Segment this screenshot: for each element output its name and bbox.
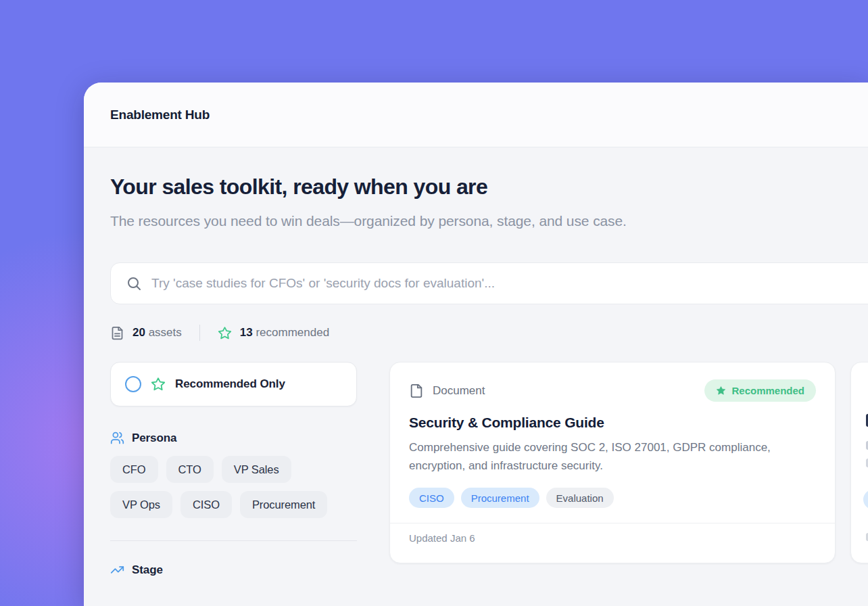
search-input[interactable] xyxy=(151,276,868,291)
persona-chip-vp-sales[interactable]: VP Sales xyxy=(222,456,291,483)
results-grid: Document Recommended Security & Complian… xyxy=(389,362,868,563)
file-icon xyxy=(409,383,424,398)
asset-card-partial[interactable] xyxy=(850,362,868,563)
persona-chip-cfo[interactable]: CFO xyxy=(110,456,158,483)
persona-section-head: Persona xyxy=(110,431,357,445)
search-icon xyxy=(126,275,142,292)
recommended-badge: Recommended xyxy=(704,379,816,402)
asset-tags: CISO Procurement Evaluation xyxy=(409,488,816,508)
assets-label: assets xyxy=(149,326,182,339)
asset-type-label: Document xyxy=(433,384,485,398)
trending-up-icon xyxy=(110,563,124,577)
star-icon xyxy=(218,326,232,340)
star-icon xyxy=(151,377,166,392)
tag-evaluation: Evaluation xyxy=(546,488,614,508)
star-filled-icon xyxy=(716,386,726,396)
file-text-icon xyxy=(110,326,124,340)
asset-updated: Updated Jan 6 xyxy=(409,523,816,544)
assets-count: 20 xyxy=(132,326,145,339)
recommended-only-toggle[interactable]: Recommended Only xyxy=(110,362,357,406)
persona-chip-vp-ops[interactable]: VP Ops xyxy=(110,491,172,518)
tag-procurement: Procurement xyxy=(461,488,539,508)
app-title: Enablement Hub xyxy=(110,108,210,122)
asset-card[interactable]: Document Recommended Security & Complian… xyxy=(389,362,836,563)
tag-ciso: CISO xyxy=(409,488,454,508)
search-bar[interactable] xyxy=(110,262,868,304)
stage-section-head: Stage xyxy=(110,563,357,577)
persona-chip-procurement[interactable]: Procurement xyxy=(240,491,327,518)
page-title: Your sales toolkit, ready when you are xyxy=(110,174,868,200)
persona-chip-ciso[interactable]: CISO xyxy=(180,491,232,518)
page-body: Your sales toolkit, ready when you are T… xyxy=(84,174,868,577)
asset-title: Security & Compliance Guide xyxy=(409,415,816,431)
stage-section-label: Stage xyxy=(132,563,163,577)
app-window: Enablement Hub Your sales toolkit, ready… xyxy=(84,83,868,606)
recommended-count: 13 xyxy=(240,326,253,339)
recommended-badge-label: Recommended xyxy=(731,385,804,396)
toggle-radio[interactable] xyxy=(125,376,141,392)
asset-description: Comprehensive guide covering SOC 2, ISO … xyxy=(409,438,791,475)
page-subtitle: The resources you need to win deals—orga… xyxy=(110,210,644,232)
app-header: Enablement Hub xyxy=(84,83,868,147)
summary-divider xyxy=(199,325,200,341)
users-icon xyxy=(110,431,124,445)
persona-section-label: Persona xyxy=(132,432,176,445)
recommended-only-label: Recommended Only xyxy=(175,377,285,391)
results-summary: 20 assets 13 recommended xyxy=(110,325,868,341)
filters-sidebar: Recommended Only Persona CFO CTO VP Sale… xyxy=(110,362,357,577)
asset-type-row: Document Recommended xyxy=(409,379,816,402)
sidebar-divider xyxy=(110,540,357,541)
content-row: Recommended Only Persona CFO CTO VP Sale… xyxy=(110,362,868,577)
persona-chip-cto[interactable]: CTO xyxy=(166,456,214,483)
clipped-tag-fragment xyxy=(863,490,868,509)
recommended-label: recommended xyxy=(256,326,329,339)
persona-chips: CFO CTO VP Sales VP Ops CISO Procurement xyxy=(110,456,357,518)
